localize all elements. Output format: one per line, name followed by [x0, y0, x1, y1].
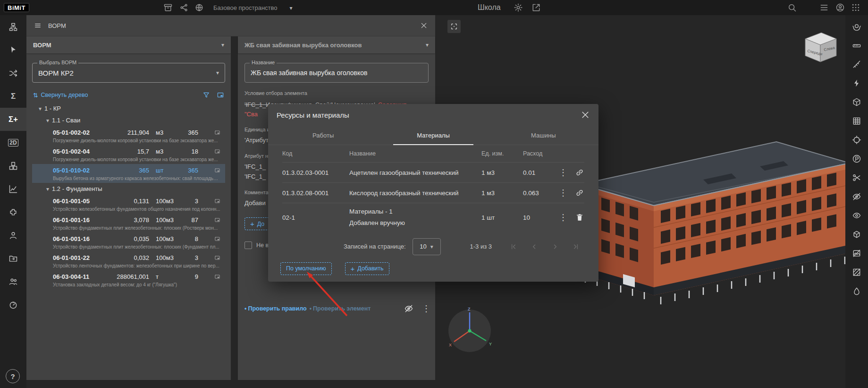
rule-section-header[interactable]: ЖБ свая забивная вырубка оголовков ▾ [238, 36, 435, 53]
check-rule-link[interactable]: • Проверить правило [244, 305, 307, 312]
sum-plus-icon[interactable]: Σ+ [0, 108, 26, 131]
folder-share-icon[interactable] [0, 247, 26, 270]
filter-icon[interactable] [202, 91, 210, 99]
close-icon[interactable] [420, 22, 428, 29]
texture-icon[interactable] [852, 267, 861, 277]
box-icon[interactable] [852, 97, 861, 107]
link-icon[interactable] [575, 168, 584, 177]
last-page-icon[interactable] [572, 243, 580, 250]
share-icon[interactable] [531, 3, 541, 12]
more-options-icon[interactable]: ⋮ [422, 304, 430, 313]
rule-name-input[interactable]: Название ЖБ свая забивная вырубка оголов… [244, 63, 429, 83]
frame-icon[interactable] [214, 255, 220, 261]
connections-icon[interactable] [0, 61, 26, 85]
add-condition-button[interactable]: + До [244, 217, 270, 230]
tab-materials[interactable]: Материалы [378, 126, 488, 145]
ruler-icon[interactable] [852, 41, 861, 50]
default-button[interactable]: По умолчанию [280, 262, 332, 275]
frame-icon[interactable] [214, 236, 220, 242]
table-row[interactable]: 01.3.02.03-0001 Ацетилен газообразный те… [282, 163, 584, 183]
visibility-off-icon[interactable] [852, 192, 861, 201]
visibility-icon[interactable] [852, 211, 861, 220]
next-page-icon[interactable] [551, 243, 559, 250]
add-material-button[interactable]: + Добавить [345, 262, 389, 275]
table-row[interactable]: 02-1 Материалы - 1 Добавлен вручную 1 шт… [282, 203, 584, 232]
link-icon[interactable] [575, 188, 584, 198]
rule-name-value: ЖБ свая забивная вырубка оголовков [251, 69, 368, 77]
view-cube[interactable]: Спереди Слева [799, 27, 842, 67]
orbit-icon[interactable] [852, 22, 861, 31]
first-page-icon[interactable] [510, 243, 517, 250]
apps-grid-icon[interactable] [851, 3, 860, 12]
paint-icon[interactable] [852, 286, 861, 296]
check-element-link[interactable]: • Проверить элемент [310, 305, 371, 312]
work-item-row[interactable]: 06-01-001-220,032100м33 Устройство ленто… [32, 251, 225, 270]
work-item-row[interactable]: 06-01-001-050,131100м33 Устройство желез… [32, 195, 225, 214]
collapse-tree-button[interactable]: ⇅ Свернуть дерево [33, 92, 88, 99]
chart-icon[interactable] [0, 177, 26, 200]
frame-icon[interactable] [214, 129, 220, 136]
vorm-select[interactable]: Выбрать ВОРМ ВОРМ КР2 ▾ [32, 63, 225, 83]
row-menu-icon[interactable]: ⋮ [559, 189, 567, 197]
per-page-select[interactable]: 10 ▾ [413, 238, 441, 255]
2d-view-icon[interactable]: 2D [0, 131, 26, 154]
row-menu-icon[interactable]: ⋮ [559, 213, 567, 222]
cube-icon[interactable] [852, 230, 861, 239]
globe-sync-icon[interactable] [194, 3, 204, 12]
sum-icon[interactable]: Σ [0, 85, 26, 108]
work-item-row[interactable]: 05-01-002-0415,7м318 Погружение дизель-м… [32, 145, 225, 164]
lightning-icon[interactable] [852, 78, 861, 88]
frame-icon[interactable] [214, 167, 220, 173]
chevron-down-icon: ▾ [290, 4, 293, 11]
search-icon[interactable] [787, 3, 797, 12]
hamburger-icon[interactable] [34, 22, 42, 29]
not-done-checkbox[interactable] [244, 241, 252, 249]
archive-icon[interactable] [163, 3, 173, 12]
delete-icon[interactable] [575, 213, 584, 222]
person-icon[interactable] [0, 224, 26, 247]
work-item-row[interactable]: 05-01-002-02211,904м3365 Погружение дизе… [32, 126, 225, 145]
frame-icon[interactable] [214, 217, 220, 223]
axis-gizmo[interactable]: Z X Y [444, 305, 496, 357]
team-icon[interactable] [0, 270, 26, 293]
tab-works[interactable]: Работы [268, 126, 378, 145]
bullet-icon: • [244, 305, 246, 312]
region-select-icon[interactable] [447, 20, 461, 33]
tree-group[interactable]: ▾1.2 - Фундаменты [32, 183, 225, 195]
table-row[interactable]: 01.3.02.08-0001 Кислород газообразный те… [282, 183, 584, 203]
frame-icon[interactable] [214, 198, 220, 204]
prev-page-icon[interactable] [531, 243, 538, 250]
image-off-icon[interactable] [852, 249, 861, 258]
select-cursor-icon[interactable] [0, 38, 26, 61]
plugin-icon[interactable] [0, 200, 26, 224]
vorm-section-header[interactable]: ВОРМ ▾ [26, 36, 231, 53]
structure-tree-icon[interactable] [0, 15, 26, 38]
target-icon[interactable] [852, 135, 861, 145]
menu-list-icon[interactable] [819, 3, 829, 12]
work-item-row[interactable]: 06-03-004-11288061,001т9 Установка закла… [32, 270, 225, 289]
gauge-icon[interactable] [0, 293, 26, 316]
grid-icon[interactable] [852, 116, 861, 126]
close-icon[interactable] [581, 110, 590, 120]
cut-icon[interactable] [852, 173, 861, 182]
work-item-row[interactable]: 06-01-001-163,078100м387 Устройство фунд… [32, 214, 225, 233]
work-item-row[interactable]: 06-01-001-160,035100м38 Устройство фунда… [32, 233, 225, 251]
blocks-icon[interactable] [0, 154, 26, 177]
tree-group[interactable]: ▾1.1 - Сваи [32, 114, 225, 126]
work-item-row-selected[interactable]: 05-01-010-02365шт365 Вырубка бетона из а… [32, 164, 225, 183]
tab-machines[interactable]: Машины [489, 126, 598, 145]
measure-icon[interactable] [852, 60, 861, 69]
row-menu-icon[interactable]: ⋮ [559, 168, 567, 177]
bullet-icon: • [310, 305, 312, 312]
help-button[interactable]: ? [6, 369, 20, 383]
settings-gear-icon[interactable] [514, 3, 523, 12]
frame-icon[interactable] [214, 148, 220, 155]
parking-icon[interactable] [852, 154, 861, 164]
account-icon[interactable] [835, 3, 845, 12]
hide-element-icon[interactable] [404, 304, 413, 313]
network-icon[interactable] [179, 3, 189, 12]
frame-icon[interactable] [214, 274, 220, 280]
tree-group[interactable]: ▾1 - КР [32, 103, 225, 114]
workspace-select[interactable]: Базовое пространство ▾ [213, 4, 293, 11]
frame-icon[interactable] [217, 91, 224, 99]
